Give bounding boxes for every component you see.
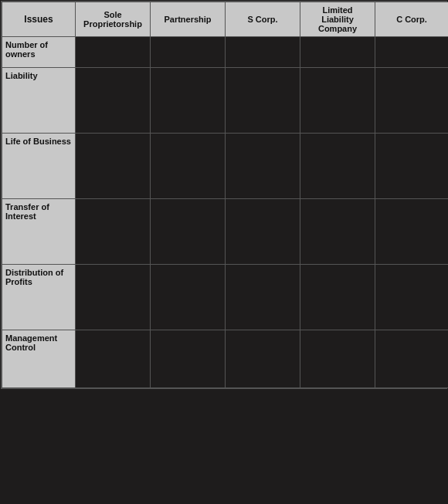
row-distribution-of-profits: Distribution of Profits [2, 265, 449, 330]
data-scorp-management-control [226, 330, 300, 388]
data-sole-number-of-owners [76, 37, 151, 68]
data-ccorp-liability [375, 68, 449, 134]
row-management-control: Management Control [2, 330, 449, 388]
issue-transfer-of-interest: Transfer of Interest [2, 199, 76, 265]
issue-life-of-business: Life of Business [2, 134, 76, 199]
row-number-of-owners: Number of owners [2, 37, 449, 68]
data-llc-transfer-of-interest [300, 199, 375, 265]
data-partnership-transfer-of-interest [151, 199, 226, 265]
data-ccorp-number-of-owners [375, 37, 449, 68]
data-partnership-distribution-of-profits [151, 265, 226, 330]
data-ccorp-transfer-of-interest [375, 199, 449, 265]
issue-management-control: Management Control [2, 330, 76, 388]
data-ccorp-management-control [375, 330, 449, 388]
data-scorp-liability [226, 68, 300, 134]
data-sole-distribution-of-profits [76, 265, 151, 330]
data-llc-distribution-of-profits [300, 265, 375, 330]
data-sole-life-of-business [76, 134, 151, 199]
issue-distribution-of-profits: Distribution of Profits [2, 265, 76, 330]
data-partnership-number-of-owners [151, 37, 226, 68]
data-partnership-life-of-business [151, 134, 226, 199]
data-sole-transfer-of-interest [76, 199, 151, 265]
data-scorp-life-of-business [226, 134, 300, 199]
header-c-corp: C Corp. [375, 2, 449, 37]
data-llc-management-control [300, 330, 375, 388]
data-scorp-distribution-of-profits [226, 265, 300, 330]
data-llc-number-of-owners [300, 37, 375, 68]
header-partnership: Partnership [151, 2, 226, 37]
issue-liability: Liability [2, 68, 76, 134]
data-sole-management-control [76, 330, 151, 388]
header-issues: Issues [2, 2, 76, 37]
business-comparison-table: Issues SoleProprietorship Partnership S … [1, 1, 447, 389]
row-transfer-of-interest: Transfer of Interest [2, 199, 449, 265]
row-life-of-business: Life of Business [2, 134, 449, 199]
data-scorp-number-of-owners [226, 37, 300, 68]
data-llc-life-of-business [300, 134, 375, 199]
header-s-corp: S Corp. [226, 2, 300, 37]
data-llc-liability [300, 68, 375, 134]
data-sole-liability [76, 68, 151, 134]
data-partnership-liability [151, 68, 226, 134]
data-scorp-transfer-of-interest [226, 199, 300, 265]
header-llc: LimitedLiabilityCompany [300, 2, 375, 37]
row-liability: Liability [2, 68, 449, 134]
data-partnership-management-control [151, 330, 226, 388]
header-sole-proprietorship: SoleProprietorship [76, 2, 151, 37]
issue-number-of-owners: Number of owners [2, 37, 76, 68]
data-ccorp-distribution-of-profits [375, 265, 449, 330]
data-ccorp-life-of-business [375, 134, 449, 199]
